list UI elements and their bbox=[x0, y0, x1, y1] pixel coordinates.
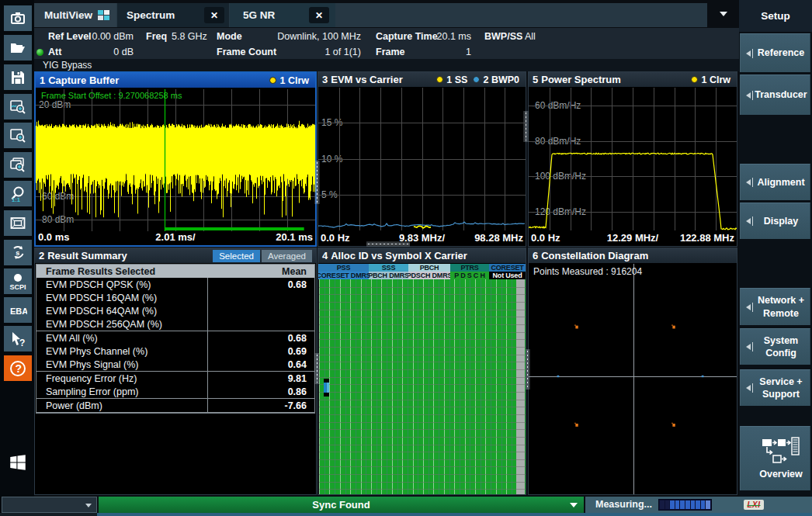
toolbar-context-help-button[interactable]: ? bbox=[4, 326, 32, 352]
progress-segment bbox=[670, 500, 675, 509]
panel-alloc-map[interactable]: 4 Alloc ID vs Symbol X Carrier PSSSSSPBC… bbox=[318, 248, 526, 495]
panel-result-summary-titlebar[interactable]: 2 Result Summary Selected Averaged bbox=[35, 248, 316, 263]
x-axis-labels: 0.0 Hz 12.29 MHz/ 122.88 MHz bbox=[529, 230, 737, 246]
panel-alloc-map-titlebar[interactable]: 4 Alloc ID vs Symbol X Carrier bbox=[318, 248, 526, 263]
panel-evm-vs-carrier[interactable]: 3 EVM vs Carrier 1 SS 2 BWP0 0.0 Hz 9.83… bbox=[318, 71, 526, 247]
window-number: 1 bbox=[40, 74, 45, 86]
capture-buffer-plot[interactable]: Frame Start Offset : 9.270068258 ms 0.0 … bbox=[36, 89, 315, 245]
row-label: Sampling Error (ppm) bbox=[36, 386, 208, 397]
toolbar-sequencer-button[interactable]: s bbox=[4, 240, 32, 265]
refresh-s-icon: s bbox=[9, 244, 27, 262]
softkey-overview[interactable]: Overview bbox=[740, 426, 810, 490]
tab-list-dropdown[interactable] bbox=[707, 0, 739, 28]
table-row[interactable]: EVM PDSCH QPSK (%)0.68 bbox=[36, 278, 314, 291]
panel-power-spectrum[interactable]: 5 Power Spectrum 1 Clrw 0.0 Hz 12.29 MHz… bbox=[528, 71, 737, 247]
row-value: 0.64 bbox=[208, 359, 314, 370]
window-number: 5 bbox=[533, 74, 538, 85]
row-value: 0.69 bbox=[208, 346, 314, 357]
svg-text:?: ? bbox=[19, 338, 25, 348]
row-value: 9.81 bbox=[208, 373, 314, 384]
row-label: EVM Phys Signal (%) bbox=[36, 359, 208, 370]
att-status-led bbox=[36, 49, 43, 56]
ref-level-value: 0.00 dBm bbox=[82, 31, 134, 42]
softkey-menu-title-label: Setup bbox=[761, 10, 790, 22]
att-label: Att bbox=[48, 47, 61, 57]
channel-settings-bar[interactable]: Ref Level 0.00 dBm Freq 5.8 GHz Mode Dow… bbox=[34, 28, 739, 59]
row-value: 0.68 bbox=[208, 279, 314, 290]
result-summary-content: Frame Results Selected Mean EVM PDSCH QP… bbox=[35, 264, 316, 494]
x-axis-labels: 0.0 ms 2.01 ms/ 20.1 ms bbox=[36, 230, 315, 245]
table-row[interactable]: EVM Phys Channel (%)0.69 bbox=[36, 345, 314, 358]
window-title: Alloc ID vs Symbol X Carrier bbox=[331, 250, 467, 261]
softkey-alignment[interactable]: Alignment bbox=[740, 164, 810, 200]
status-dropdown[interactable] bbox=[2, 497, 97, 513]
panel-result-summary[interactable]: 2 Result Summary Selected Averaged Frame… bbox=[34, 248, 317, 495]
softkey-service-support[interactable]: Service +Support bbox=[740, 369, 810, 406]
panel-capture-buffer[interactable]: 1 Capture Buffer 1 Clrw Frame Start Offs… bbox=[34, 71, 317, 247]
lxi-logo-label: LXI bbox=[747, 500, 760, 509]
alloc-map-content[interactable]: PSSSSSPBCHPTRSCORESET CORESET DMRSPBCH D… bbox=[318, 264, 526, 494]
table-row[interactable]: Power (dBm)-7.66 bbox=[36, 399, 314, 412]
table-row[interactable]: EVM PDSCH 64QAM (%) bbox=[36, 304, 314, 317]
table-header-row: Frame Results Selected Mean bbox=[36, 265, 314, 278]
softkey-label: Network +Remote bbox=[758, 294, 804, 320]
close-tab-5gnr-button[interactable]: ✕ bbox=[309, 7, 329, 23]
toolbar-help-button[interactable]: ? bbox=[4, 355, 32, 381]
tab-multiview-label: MultiView bbox=[44, 9, 92, 21]
block-diagram-icon bbox=[761, 436, 801, 466]
alloc-legend-pbch-dmrs: PBCH DMRS bbox=[369, 272, 408, 279]
table-row[interactable]: Sampling Error (ppm)0.86 bbox=[36, 385, 314, 398]
table-row[interactable]: EVM PDSCH 16QAM (%) bbox=[36, 291, 314, 304]
panel-evm-titlebar[interactable]: 3 EVM vs Carrier 1 SS 2 BWP0 bbox=[318, 72, 526, 87]
channel-tab-bar: MultiView Spectrum ✕ 5G NR ✕ bbox=[34, 3, 707, 27]
softkey-network-remote[interactable]: Network +Remote bbox=[740, 288, 810, 325]
panel-constellation[interactable]: 6 Constellation Diagram Points Measured … bbox=[528, 248, 737, 495]
panel-constellation-titlebar[interactable]: 6 Constellation Diagram bbox=[529, 248, 737, 263]
toolbar-zoom-1-1-button[interactable]: 1:1 bbox=[4, 181, 32, 206]
window-number: 3 bbox=[322, 74, 328, 85]
table-row[interactable]: EVM All (%)0.68 bbox=[36, 331, 314, 345]
table-row[interactable]: EVM PDSCH 256QAM (%) bbox=[36, 317, 314, 331]
softkey-label: SystemConfig bbox=[764, 334, 798, 360]
evm-plot[interactable]: 0.0 Hz 9.83 MHz/ 98.28 MHz 15 %10 %5 % bbox=[318, 88, 526, 246]
tab-spectrum[interactable]: Spectrum ✕ bbox=[117, 3, 229, 27]
toolbar-windows-button[interactable] bbox=[4, 448, 32, 477]
tab-5gnr[interactable]: 5G NR ✕ bbox=[230, 3, 335, 27]
toolbar-multi-zoom-button[interactable] bbox=[4, 152, 32, 178]
panel-power-spectrum-titlebar[interactable]: 5 Power Spectrum 1 Clrw bbox=[529, 72, 737, 87]
alloc-legend-row1: PSSSSSPBCHPTRSCORESET bbox=[318, 264, 526, 272]
zoom-trace-icon bbox=[9, 126, 27, 145]
tab-multiview[interactable]: MultiView bbox=[34, 3, 116, 27]
toolbar-zoom-off-button[interactable] bbox=[4, 123, 32, 148]
capture-time-value: 20.1 ms bbox=[436, 31, 471, 42]
row-label: Frequency Error (Hz) bbox=[36, 373, 208, 384]
toolbar-scpi-recorder-button[interactable]: SCPI bbox=[4, 268, 32, 294]
toolbar-eba-button[interactable]: EBA bbox=[4, 297, 32, 323]
yig-bypass-label: YIG Bypass bbox=[43, 60, 92, 71]
tab-selected[interactable]: Selected bbox=[213, 250, 260, 262]
close-tab-spectrum-button[interactable]: ✕ bbox=[204, 7, 224, 23]
trace2-dot-icon bbox=[473, 76, 480, 83]
toolbar-display-frame-button[interactable] bbox=[4, 210, 32, 236]
softkey-label: Alignment bbox=[757, 176, 804, 189]
softkey-display[interactable]: Display bbox=[740, 203, 810, 239]
alloc-legend-pss: PSS bbox=[318, 264, 369, 272]
header-frame-results: Frame Results Selected bbox=[36, 266, 208, 277]
softkey-transducer[interactable]: Transducer bbox=[740, 74, 810, 115]
opens-left-arrow-icon bbox=[746, 342, 753, 352]
constellation-plot[interactable]: Points Measured : 916204 bbox=[529, 264, 737, 494]
toolbar-screenshot-button[interactable] bbox=[4, 5, 32, 31]
softkey-system-config[interactable]: SystemConfig bbox=[740, 328, 810, 365]
toolbar-save-button[interactable] bbox=[4, 64, 32, 90]
toolbar-open-button[interactable] bbox=[4, 35, 32, 61]
tab-spectrum-label: Spectrum bbox=[127, 9, 175, 21]
power-spectrum-plot[interactable]: 0.0 Hz 12.29 MHz/ 122.88 MHz -60 dBm/Hz-… bbox=[529, 88, 737, 246]
x-axis-stop: 122.88 MHz bbox=[680, 232, 734, 244]
table-row[interactable]: Frequency Error (Hz)9.81 bbox=[36, 372, 314, 385]
softkey-reference[interactable]: Reference bbox=[740, 33, 810, 72]
panel-capture-buffer-titlebar[interactable]: 1 Capture Buffer 1 Clrw bbox=[36, 73, 315, 88]
tab-averaged[interactable]: Averaged bbox=[262, 250, 312, 262]
table-row[interactable]: EVM Phys Signal (%)0.64 bbox=[36, 358, 314, 371]
sync-status-bar[interactable]: Sync Found bbox=[99, 497, 584, 513]
toolbar-zoom-select-button[interactable] bbox=[4, 94, 32, 119]
